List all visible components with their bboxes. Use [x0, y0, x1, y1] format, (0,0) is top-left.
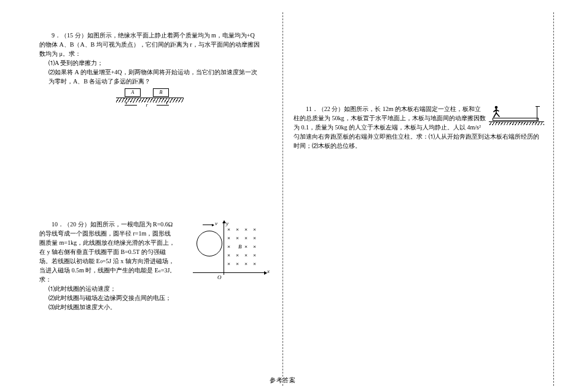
problem-10: v O B x y × × × × × × × × × ×	[39, 220, 273, 312]
figure-10-v-label: v	[215, 220, 217, 228]
figure-9-block-a: A	[125, 88, 141, 97]
problem-10-sub1: ⑴此时线圈的运动速度；	[49, 284, 273, 293]
figure-10-b-label: B	[238, 243, 242, 252]
figure-10-velocity-arrow	[203, 225, 214, 225]
problem-10-sub2: ⑵此时线圈与磁场左边缘两交接点间的电压；	[49, 293, 273, 302]
problem-10-body: v O B x y × × × × × × × × × ×	[39, 220, 273, 312]
problem-9-sub2: ⑵如果将 A 的电量增至+4Q，则两物体间将开始运动，当它们的加速度第一次为零时…	[49, 67, 260, 86]
figure-10-x-axis	[193, 272, 267, 273]
left-column: 9．（15 分）如图所示，绝缘水平面上静止着两个质量均为 m，电量均为+Q 的物…	[39, 31, 260, 120]
figure-10: v O B x y × × × × × × × × × ×	[181, 220, 273, 281]
figure-9: A B r	[116, 88, 184, 108]
figure-10-coil-circle	[197, 231, 222, 256]
figure-11-person-icon	[493, 106, 502, 118]
figure-10-x-label: x	[267, 267, 270, 276]
figure-11-pole	[537, 107, 537, 121]
figure-9-block-b: B	[153, 88, 169, 97]
figure-10-y-axis	[224, 221, 224, 275]
figure-11-ground	[489, 121, 544, 125]
figure-11	[489, 104, 544, 125]
page-container: 9．（15 分）如图所示，绝缘水平面上静止着两个质量均为 m，电量均为+Q 的物…	[0, 0, 565, 392]
problem-9-intro: 9．（15 分）如图所示，绝缘水平面上静止着两个质量均为 m，电量均为+Q 的物…	[39, 31, 260, 58]
answer-key-heading: 参考答案	[270, 376, 295, 385]
figure-11-board	[493, 118, 539, 121]
problem-9-sub1: ⑴A 受到的摩擦力；	[49, 58, 260, 67]
figure-9-tick-left	[126, 102, 127, 104]
figure-9-tick-right	[166, 102, 167, 104]
page-divider-right	[553, 12, 554, 386]
column-divider-left	[282, 12, 283, 386]
figure-10-wrap: v O B x y × × × × × × × × × ×	[181, 220, 273, 281]
problem-10-sub3: ⑶此时线圈加速度大小。	[49, 302, 273, 312]
problem-11: 11．（22 分）如图所示，长 12m 的木板右端固定一立柱，板和立柱的总质量为…	[294, 104, 544, 150]
problem-9: 9．（15 分）如图所示，绝缘水平面上静止着两个质量均为 m，电量均为+Q 的物…	[39, 31, 260, 108]
figure-9-dimension-r: r	[130, 102, 164, 108]
figure-10-origin-label: O	[217, 274, 222, 282]
